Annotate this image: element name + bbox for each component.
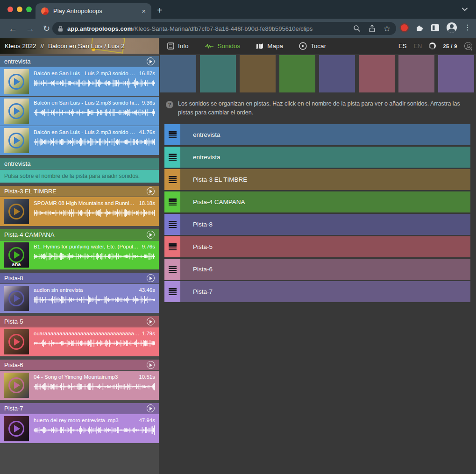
track-row-label[interactable]: Pista-6 (193, 266, 213, 273)
clip-thumbnail[interactable] (4, 69, 29, 94)
drag-handle[interactable] (164, 147, 180, 168)
track-play-button[interactable] (147, 187, 155, 195)
audio-clip[interactable]: Balcón en San Luis - Luis 2.mp3 sonido h… (0, 67, 159, 96)
clip-play-icon[interactable] (8, 133, 24, 149)
clip-play-icon[interactable] (8, 334, 24, 350)
track-row-label[interactable]: Pista-7 (193, 288, 213, 295)
clip-play-icon[interactable] (8, 247, 24, 263)
waveform[interactable] (34, 425, 155, 435)
audio-clip[interactable]: huerto del rey moro entrevista .mp3 47.9… (0, 414, 159, 443)
clip-thumbnail[interactable] (4, 128, 29, 153)
nav-info[interactable]: Info (167, 42, 189, 50)
profile-avatar[interactable] (447, 22, 457, 33)
track-color-swatch[interactable] (240, 55, 276, 92)
track-play-button[interactable] (147, 231, 155, 239)
window-close-button[interactable] (7, 7, 13, 12)
track-header[interactable]: Pista-5 (0, 316, 159, 327)
browser-tab[interactable]: Play Antropoloops × (36, 3, 151, 19)
track-header[interactable]: Pista-8 (0, 273, 159, 283)
browser-menu-icon[interactable]: ⋮ (464, 24, 471, 31)
drag-handle[interactable] (164, 214, 180, 235)
audio-clip[interactable]: aña B1. Hymns for purifying water, Etc. … (0, 241, 159, 269)
track-row-label[interactable]: Pista-8 (193, 221, 213, 228)
track-color-swatch[interactable] (160, 55, 196, 92)
drag-handle[interactable] (164, 169, 180, 190)
nav-sonidos[interactable]: Sonidos (205, 42, 241, 50)
side-panel-icon[interactable] (431, 24, 440, 32)
audio-clip[interactable]: Balcón en San Luis - Luis 2.mp3 sonido h… (0, 97, 159, 126)
track-row-label[interactable]: Pista-5 (193, 243, 213, 250)
lang-es-button[interactable]: ES (398, 42, 406, 50)
back-button[interactable]: ← (8, 24, 17, 33)
waveform[interactable] (34, 108, 155, 117)
clip-thumbnail[interactable]: aña (4, 242, 29, 268)
new-tab-button[interactable]: + (157, 6, 163, 15)
track-color-swatch[interactable] (398, 55, 434, 92)
breadcrumb-project[interactable]: Kleos 2022 (5, 42, 36, 50)
drag-handle[interactable] (164, 191, 180, 212)
track-row-entrevista-2[interactable]: entrevista (164, 147, 470, 168)
chevron-down-icon[interactable] (462, 7, 468, 11)
track-row-entrevista-1[interactable]: entrevista (164, 124, 470, 145)
waveform[interactable] (34, 137, 155, 147)
drag-handle[interactable] (164, 124, 180, 145)
clip-play-icon[interactable] (8, 103, 24, 119)
drag-handle[interactable] (164, 281, 180, 302)
track-row-label[interactable]: entrevista (193, 154, 220, 161)
track-color-swatch[interactable] (200, 55, 236, 92)
drag-handle[interactable] (164, 236, 180, 257)
address-bar[interactable]: app.antropoloops.com/Kleos-Santa-Marina/… (52, 22, 396, 35)
track-row-pista-4[interactable]: Pista-4 CAMPANA (164, 191, 470, 212)
clip-play-icon[interactable] (8, 204, 24, 219)
waveform[interactable] (34, 252, 155, 261)
track-header[interactable]: Pista-4 CAMPANA (0, 229, 159, 240)
track-row-label[interactable]: Pista-3 EL TIMBRE (193, 176, 247, 183)
reload-button[interactable]: ↻ (43, 24, 50, 33)
drag-handle[interactable] (164, 259, 180, 280)
extensions-puzzle-icon[interactable] (415, 23, 424, 32)
audio-clip[interactable]: Balcón en San Luis - Luis 2.mp3 sonido h… (0, 126, 159, 155)
track-row-label[interactable]: entrevista (193, 131, 220, 138)
track-play-button[interactable] (147, 57, 155, 65)
window-zoom-button[interactable] (26, 7, 32, 12)
track-header[interactable]: Pista-6 (0, 360, 159, 370)
bookmark-star-icon[interactable]: ☆ (384, 25, 391, 33)
track-play-button[interactable] (147, 361, 155, 369)
forward-button[interactable]: → (26, 24, 35, 33)
audio-clip[interactable]: ouaraaaaaaaaaaaaaaaaaaaaaaaaaaaaaaaaaaaa… (0, 327, 159, 356)
track-row-pista-5[interactable]: Pista-5 (164, 236, 470, 257)
track-header[interactable]: entrevista (0, 158, 159, 169)
share-icon[interactable] (369, 25, 376, 33)
track-play-button[interactable] (147, 274, 155, 282)
waveform[interactable] (34, 208, 155, 218)
nav-tocar[interactable]: Tocar (299, 42, 326, 50)
tab-close-icon[interactable]: × (142, 7, 146, 14)
clip-thumbnail[interactable] (4, 416, 29, 441)
track-row-label[interactable]: Pista-4 CAMPANA (193, 198, 245, 205)
window-minimize-button[interactable] (17, 7, 22, 12)
clip-thumbnail[interactable] (4, 329, 29, 354)
track-play-button[interactable] (147, 404, 155, 412)
track-row-pista-3[interactable]: Pista-3 EL TIMBRE (164, 169, 470, 190)
audio-clip[interactable]: audion sin entrevista 43.46s (0, 284, 159, 313)
nav-mapa[interactable]: Mapa (256, 42, 283, 50)
waveform[interactable] (34, 339, 155, 348)
track-header[interactable]: Pista-3 EL TIMBRE (0, 186, 159, 197)
clip-play-icon[interactable] (8, 74, 24, 90)
track-header[interactable]: entrevista (0, 56, 159, 67)
track-play-button[interactable] (147, 318, 155, 325)
waveform[interactable] (34, 382, 155, 391)
clip-play-icon[interactable] (8, 377, 24, 393)
recording-indicator-icon[interactable] (401, 24, 408, 31)
zoom-search-icon[interactable] (353, 25, 361, 32)
track-row-pista-7[interactable]: Pista-7 (164, 281, 470, 302)
waveform[interactable] (34, 78, 155, 88)
waveform[interactable] (34, 295, 155, 304)
track-color-swatch[interactable] (359, 55, 395, 92)
track-color-swatch[interactable] (279, 55, 315, 92)
track-color-swatch[interactable] (438, 55, 474, 92)
track-header[interactable]: Pista-7 (0, 403, 159, 414)
clip-thumbnail[interactable] (4, 373, 29, 398)
lang-en-button[interactable]: EN (413, 42, 422, 50)
track-row-pista-6[interactable]: Pista-6 (164, 259, 470, 280)
